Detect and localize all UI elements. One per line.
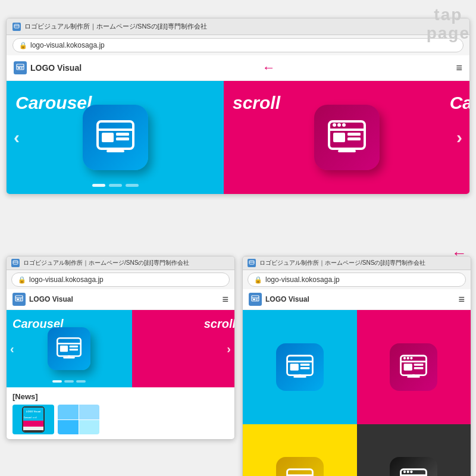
svg-rect-57 <box>404 364 412 370</box>
bl-addressbar[interactable]: 🔒 logo-visual.kokosaga.jp <box>11 273 230 287</box>
br-titlebar: ロゴビジュアル制作所｜ホームページ/SNSの[顔]専門制作会社 <box>243 256 471 270</box>
top-browser-favicon <box>12 23 21 31</box>
carousel-left-label: Carousel <box>15 93 92 113</box>
bottom-left-browser: ロゴビジュアル制作所｜ホームページ/SNSの[顔]専門制作会社 🔒 logo-v… <box>6 256 235 440</box>
svg-rect-4 <box>18 67 20 69</box>
top-browser-nav: LOGO Visual ← ≡ <box>7 55 469 81</box>
svg-rect-42 <box>253 299 255 300</box>
svg-rect-59 <box>414 367 424 369</box>
svg-rect-1 <box>14 26 19 26</box>
svg-rect-51 <box>299 374 301 377</box>
svg-rect-6 <box>21 68 23 69</box>
nav-logo-icon <box>14 61 27 74</box>
br-hamburger-icon[interactable]: ≡ <box>458 293 465 306</box>
bl-address: logo-visual.kokosaga.jp <box>29 275 104 284</box>
nav-logo: LOGO Visual <box>14 61 82 74</box>
svg-rect-39 <box>249 262 254 262</box>
bl-next-button[interactable]: › <box>227 342 231 356</box>
svg-rect-5 <box>21 67 23 68</box>
dot-3[interactable] <box>126 184 139 187</box>
svg-rect-21 <box>347 137 361 140</box>
svg-rect-19 <box>333 133 345 142</box>
dot-1[interactable] <box>92 184 105 187</box>
top-browser-addressbar[interactable]: 🔒 logo-visual.kokosaga.jp <box>12 38 464 52</box>
br-nav: LOGO Visual ≡ <box>243 289 471 310</box>
carousel-right-icon <box>314 105 380 170</box>
bl-title: ロゴビジュアル制作所｜ホームページ/SNSの[顔]専門制作会社 <box>23 259 189 267</box>
bl-hamburger-icon[interactable]: ≡ <box>222 293 228 306</box>
lock-icon: 🔒 <box>19 42 27 49</box>
svg-rect-40 <box>252 296 259 301</box>
svg-rect-13 <box>114 148 117 151</box>
svg-rect-30 <box>20 300 21 300</box>
carousel-prev-button[interactable]: ‹ <box>14 127 20 148</box>
svg-rect-47 <box>290 364 298 370</box>
svg-rect-34 <box>70 346 78 347</box>
bl-lock-icon: 🔒 <box>18 276 26 284</box>
carousel-dots <box>92 184 139 187</box>
dot-2[interactable] <box>109 184 122 187</box>
svg-rect-20 <box>347 133 361 136</box>
bl-dot-1[interactable] <box>52 380 62 383</box>
carousel-next-button[interactable]: › <box>456 127 462 148</box>
svg-point-56 <box>411 357 413 359</box>
svg-rect-61 <box>412 374 415 377</box>
watermark: tap page <box>427 6 470 43</box>
br-address: logo-visual.kokosaga.jp <box>265 275 340 284</box>
svg-rect-33 <box>60 346 68 352</box>
svg-rect-44 <box>256 300 258 300</box>
news-label: [News] <box>12 392 228 401</box>
news-thumb-grid <box>58 405 99 434</box>
bl-carousel-area: Carousel ‹ scroll › <box>7 310 234 387</box>
bl-carousel-right: scroll › <box>132 310 234 387</box>
svg-rect-58 <box>414 364 424 366</box>
svg-rect-23 <box>345 148 349 151</box>
nav-arrow-icon: ← <box>262 60 275 76</box>
icon-cell-yellow <box>243 424 357 477</box>
svg-rect-53 <box>401 361 427 362</box>
top-carousel-area: Carousel ‹ scroll Ca <box>7 81 469 194</box>
br-nav-logo: LOGO Visual <box>249 293 309 306</box>
news-thumb-phone: LOGO Visual Carousel scroll <box>12 405 54 434</box>
top-browser-title: ロゴビジュアル制作所｜ホームページ/SNSの[顔]専門制作会社 <box>24 22 207 31</box>
bl-nav-logo: LOGO Visual <box>12 293 73 306</box>
svg-rect-29 <box>20 299 21 299</box>
hamburger-menu-icon[interactable]: ≡ <box>456 62 462 74</box>
br-nav-logo-icon <box>249 293 262 306</box>
svg-rect-26 <box>15 296 23 301</box>
bl-nav: LOGO Visual ≡ <box>7 289 234 310</box>
bl-carousel-icon <box>48 327 90 370</box>
bl-carousel-dots <box>52 380 86 383</box>
bl-carousel-left: Carousel ‹ <box>7 310 132 387</box>
svg-point-71 <box>403 471 406 473</box>
bl-prev-button[interactable]: ‹ <box>10 342 14 356</box>
bl-nav-logo-icon <box>12 293 26 306</box>
svg-point-16 <box>333 123 336 127</box>
svg-rect-11 <box>116 137 129 140</box>
carousel-right-label: scroll <box>233 93 280 113</box>
top-browser-titlebar: ロゴビジュアル制作所｜ホームページ/SNSの[顔]専門制作会社 <box>7 18 469 35</box>
svg-rect-43 <box>256 299 258 299</box>
svg-rect-37 <box>68 355 70 358</box>
svg-rect-28 <box>17 299 19 300</box>
br-addressbar[interactable]: 🔒 logo-visual.kokosaga.jp <box>248 273 466 287</box>
svg-rect-46 <box>287 361 312 362</box>
top-browser-address: logo-visual.kokosaga.jp <box>30 41 105 49</box>
icon-cell-pink <box>357 310 471 424</box>
icon-pink <box>390 343 437 391</box>
svg-rect-35 <box>70 349 78 350</box>
svg-rect-32 <box>58 343 81 345</box>
bl-dot-3[interactable] <box>76 380 86 383</box>
carousel-left-panel: Carousel ‹ <box>7 81 224 194</box>
bl-dot-2[interactable] <box>64 380 74 383</box>
svg-rect-49 <box>300 367 309 369</box>
bl-nav-logo-text: LOGO Visual <box>29 295 73 303</box>
svg-rect-41 <box>252 298 259 298</box>
svg-rect-8 <box>98 129 133 131</box>
svg-point-54 <box>403 357 406 359</box>
svg-rect-9 <box>102 133 114 142</box>
br-favicon <box>248 259 256 267</box>
bl-titlebar: ロゴビジュアル制作所｜ホームページ/SNSの[顔]専門制作会社 <box>7 256 234 270</box>
icon-blue <box>276 343 324 391</box>
svg-rect-10 <box>116 133 129 136</box>
